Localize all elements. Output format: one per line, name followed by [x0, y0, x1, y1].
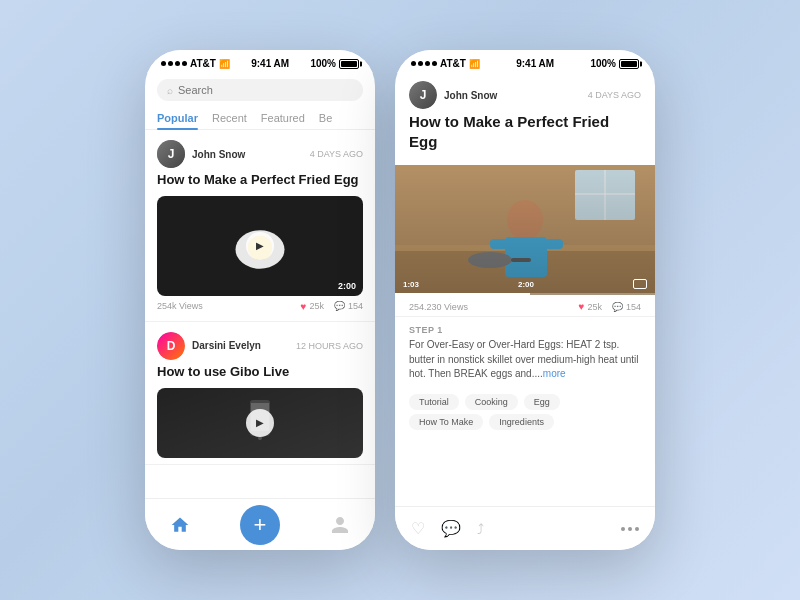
video-thumb-2[interactable]: ▶: [157, 388, 363, 458]
tag-howtomake[interactable]: How To Make: [409, 414, 483, 430]
tab-recent[interactable]: Recent: [212, 107, 247, 129]
dots-menu-dot-3: [635, 527, 639, 531]
video-controls: 1:03 2:00: [403, 279, 647, 289]
article-stats-1: 254k Views ♥ 25k 💬 154: [157, 296, 363, 315]
battery-icon-right: [619, 59, 639, 69]
time-right: 9:41 AM: [516, 58, 554, 69]
step-text: For Over-Easy or Over-Hard Eggs: HEAT 2 …: [409, 338, 641, 382]
battery-icon-left: [339, 59, 359, 69]
wifi-icon-right: 📶: [469, 59, 480, 69]
dots-menu-dot-2: [628, 527, 632, 531]
article-title-2: How to use Gibo Live: [157, 364, 363, 381]
left-phone-content: ⌕ Popular Recent Featured Be J John Snow…: [145, 73, 375, 541]
profile-icon: [330, 515, 350, 535]
nav-profile-button[interactable]: [330, 515, 350, 535]
time-left: 9:41 AM: [251, 58, 289, 69]
video-overlay-1[interactable]: ▶: [157, 196, 363, 296]
action-group-left: ♡ 💬 ⤴: [411, 519, 484, 538]
tag-ingredients[interactable]: Ingredients: [489, 414, 554, 430]
status-bar-left: AT&T 📶 9:41 AM 100%: [145, 50, 375, 73]
video-thumb-1[interactable]: ▶ 2:00: [157, 196, 363, 296]
carrier-right: AT&T: [440, 58, 466, 69]
meta-info-1: John Snow: [192, 149, 303, 160]
step-section: STEP 1 For Over-Easy or Over-Hard Eggs: …: [395, 317, 655, 388]
tags-row-1: Tutorial Cooking Egg: [395, 388, 655, 414]
status-bar-right: AT&T 📶 9:41 AM 100%: [395, 50, 655, 73]
engagement-right: ♥ 25k 💬 154: [579, 301, 641, 312]
heart-icon-1: ♥: [301, 301, 307, 312]
search-input[interactable]: [178, 84, 353, 96]
article-meta-2: D Darsini Evelyn 12 HOURS AGO: [157, 332, 363, 360]
nav-add-button[interactable]: +: [240, 505, 280, 542]
avatar-right: J: [409, 81, 437, 109]
tab-popular[interactable]: Popular: [157, 107, 198, 129]
video-overlay-2[interactable]: ▶: [157, 388, 363, 458]
author-name-1: John Snow: [192, 149, 303, 160]
hero-overlay: [395, 165, 655, 295]
views-right: 254.230 Views: [409, 302, 468, 312]
comment-icon-1: 💬: [334, 301, 345, 311]
carrier-left: AT&T: [190, 58, 216, 69]
video-total-duration: 2:00: [518, 280, 534, 289]
home-icon: [170, 515, 190, 535]
wifi-icon-left: 📶: [219, 59, 230, 69]
search-icon: ⌕: [167, 85, 173, 96]
step-label: STEP 1: [409, 325, 641, 335]
battery-pct-left: 100%: [310, 58, 336, 69]
article-card-2: D Darsini Evelyn 12 HOURS AGO How to use…: [145, 322, 375, 465]
article-hero[interactable]: 1:03 2:00: [395, 165, 655, 295]
search-bar[interactable]: ⌕: [157, 79, 363, 101]
video-progress-fill: [395, 293, 530, 295]
article-header-right: J John Snow 4 DAYS AGO How to Make a Per…: [395, 73, 655, 165]
tab-bar: Popular Recent Featured Be: [145, 107, 375, 130]
views-1: 254k Views: [157, 301, 203, 311]
comment-action-icon[interactable]: 💬: [441, 519, 461, 538]
video-current-time: 1:03: [403, 280, 419, 289]
author-name-2: Darsini Evelyn: [192, 340, 289, 351]
right-phone: AT&T 📶 9:41 AM 100% J John Snow 4 DAYS A…: [395, 50, 655, 550]
bottom-actions: ♡ 💬 ⤴: [395, 506, 655, 541]
play-button-1[interactable]: ▶: [246, 232, 274, 260]
like-action-icon[interactable]: ♡: [411, 519, 425, 538]
article-stats-right: 254.230 Views ♥ 25k 💬 154: [395, 295, 655, 317]
tab-featured[interactable]: Featured: [261, 107, 305, 129]
tab-be[interactable]: Be: [319, 107, 332, 129]
battery-pct-right: 100%: [590, 58, 616, 69]
left-phone: AT&T 📶 9:41 AM 100% ⌕ Popular Recent Fea…: [145, 50, 375, 550]
avatar-1: J: [157, 140, 185, 168]
dots-menu-dot-1: [621, 527, 625, 531]
nav-home-button[interactable]: [170, 515, 190, 535]
meta-info-2: Darsini Evelyn: [192, 340, 289, 351]
likes-right: ♥ 25k: [579, 301, 602, 312]
tag-egg[interactable]: Egg: [524, 394, 560, 410]
time-ago-2: 12 HOURS AGO: [296, 341, 363, 351]
article-meta-1: J John Snow 4 DAYS AGO: [157, 140, 363, 168]
tag-cooking[interactable]: Cooking: [465, 394, 518, 410]
article-meta-right: J John Snow 4 DAYS AGO: [409, 81, 641, 109]
time-ago-1: 4 DAYS AGO: [310, 149, 363, 159]
heart-icon-right: ♥: [579, 301, 585, 312]
read-more-link[interactable]: more: [543, 368, 566, 379]
tags-row-2: How To Make Ingredients: [395, 414, 655, 436]
article-card-1: J John Snow 4 DAYS AGO How to Make a Per…: [145, 130, 375, 322]
article-title-1: How to Make a Perfect Fried Egg: [157, 172, 363, 189]
bottom-nav: +: [145, 498, 375, 541]
time-ago-right: 4 DAYS AGO: [588, 90, 641, 100]
avatar-2: D: [157, 332, 185, 360]
author-name-right: John Snow: [444, 90, 581, 101]
tag-tutorial[interactable]: Tutorial: [409, 394, 459, 410]
comment-icon-right: 💬: [612, 302, 623, 312]
comments-right: 💬 154: [612, 302, 641, 312]
right-phone-content: J John Snow 4 DAYS AGO How to Make a Per…: [395, 73, 655, 541]
video-progress-bar[interactable]: [395, 293, 655, 295]
meta-info-right: John Snow: [444, 90, 581, 101]
likes-1: ♥ 25k: [301, 301, 324, 312]
fullscreen-icon[interactable]: [633, 279, 647, 289]
comments-1: 💬 154: [334, 301, 363, 311]
article-title-right: How to Make a Perfect Fried Egg: [409, 112, 641, 151]
play-button-2[interactable]: ▶: [246, 409, 274, 437]
more-menu[interactable]: [621, 527, 639, 531]
share-action-icon[interactable]: ⤴: [477, 521, 484, 537]
video-duration-1: 2:00: [338, 281, 356, 291]
engagement-1: ♥ 25k 💬 154: [301, 301, 363, 312]
